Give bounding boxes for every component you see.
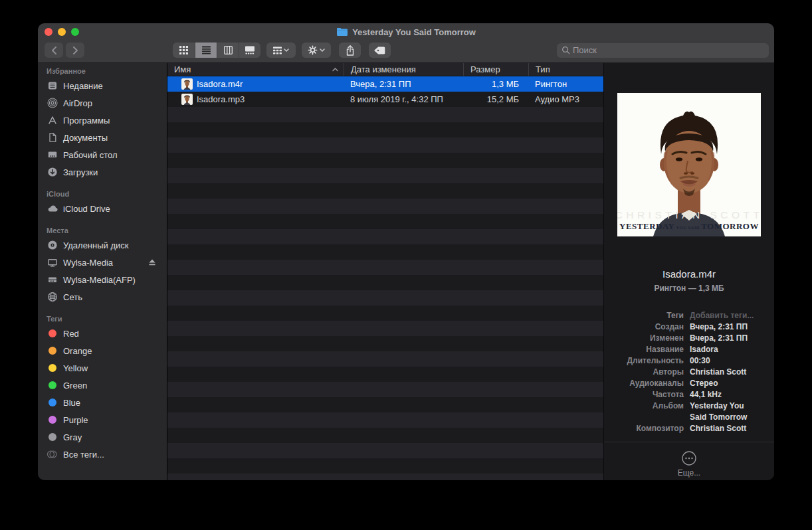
metadata-label: Авторы — [604, 367, 684, 378]
file-name: Isadora.m4r — [197, 79, 243, 89]
group-button[interactable] — [266, 43, 296, 58]
metadata-value: Вчера, 2:31 ПП — [690, 333, 759, 344]
icon-view-icon — [179, 46, 188, 54]
search-input[interactable] — [573, 45, 764, 55]
sidebar-item-green[interactable]: Green — [38, 377, 167, 394]
column-header-size[interactable]: Размер — [463, 63, 528, 76]
sidebar-section-label: Места — [38, 226, 167, 236]
file-name-cell: Isadora.mp3 — [167, 94, 344, 105]
gallery-view-button[interactable] — [239, 43, 260, 58]
sidebar-item-wylsa-media[interactable]: Wylsa-Media — [38, 254, 167, 271]
chevron-down-icon — [320, 48, 325, 52]
table-row[interactable]: Isadora.m4r Вчера, 2:31 ПП 1,3 МБ Рингто… — [167, 76, 603, 92]
file-size: 15,2 МБ — [463, 94, 528, 104]
search-field[interactable] — [557, 43, 769, 58]
metadata-label: Аудиоканалы — [604, 378, 684, 389]
metadata-value: Christian Scott — [690, 367, 759, 378]
airdrop-icon — [47, 98, 58, 108]
list-view-button[interactable] — [195, 43, 217, 58]
sidebar-item-label: Yellow — [63, 363, 167, 373]
cloud-icon — [47, 203, 58, 214]
sidebar-item-удаленный-диск[interactable]: Удаленный диск — [38, 236, 167, 254]
sidebar-item-недавние[interactable]: Недавние — [38, 77, 167, 94]
file-name-cell: Isadora.m4r — [167, 78, 344, 90]
preview-filename: Isadora.m4r — [662, 268, 716, 280]
sidebar-item-все-теги[interactable]: Все теги... — [38, 446, 167, 463]
file-list: Имя Дата изменения Размер Тип Isadora.m4… — [167, 63, 603, 480]
sidebar-item-blue[interactable]: Blue — [38, 394, 167, 411]
column-header-date[interactable]: Дата изменения — [344, 63, 463, 76]
chevron-down-icon — [284, 48, 289, 52]
group-icon — [273, 46, 282, 54]
chevron-right-icon — [72, 46, 78, 54]
tag-color-icon — [49, 416, 56, 424]
sidebar-item-документы[interactable]: Документы — [38, 129, 167, 146]
tag-color-icon — [49, 381, 56, 389]
sidebar-item-label: Сеть — [63, 292, 167, 302]
sidebar-item-рабочий-стол[interactable]: Рабочий стол — [38, 146, 167, 163]
metadata-row: НазваниеIsadora — [604, 344, 774, 355]
metadata-row: АльбомYesterday You Said Tomorrow — [604, 400, 774, 423]
sidebar-item-orange[interactable]: Orange — [38, 342, 167, 359]
metadata-value: Стерео — [690, 378, 759, 389]
sidebar-item-gray[interactable]: Gray — [38, 428, 167, 446]
list-header: Имя Дата изменения Размер Тип — [167, 63, 603, 76]
file-name: Isadora.mp3 — [197, 94, 245, 104]
display-icon — [47, 257, 58, 268]
add-tags-field[interactable]: Добавить теги... — [690, 310, 759, 321]
nav-buttons — [45, 43, 84, 58]
column-view-button[interactable] — [217, 43, 239, 58]
window-title-area: Yesterday You Said Tomorrow — [38, 23, 774, 41]
sidebar-item-purple[interactable]: Purple — [38, 411, 167, 428]
table-row[interactable]: Isadora.mp3 8 июля 2019 г., 4:32 ПП 15,2… — [167, 92, 603, 107]
tag-button[interactable] — [369, 43, 391, 58]
sidebar-item-label: Gray — [63, 432, 167, 442]
column-header-type[interactable]: Тип — [528, 63, 603, 76]
sidebar-item-yellow[interactable]: Yellow — [38, 359, 167, 377]
sidebar-item-icloud-drive[interactable]: iCloud Drive — [38, 200, 167, 217]
column-header-name[interactable]: Имя — [167, 63, 344, 76]
action-button[interactable] — [302, 43, 331, 58]
icon-view-button[interactable] — [173, 43, 195, 58]
applications-icon — [47, 115, 58, 126]
sidebar-item-wylsa-media-afp[interactable]: Wylsa-Media(AFP) — [38, 271, 167, 288]
column-header-label: Тип — [536, 64, 550, 74]
more-section: Еще... — [678, 450, 700, 478]
recents-icon — [47, 80, 58, 91]
metadata-row: АудиоканалыСтерео — [604, 378, 774, 389]
tag-color-icon — [49, 398, 56, 406]
divider — [604, 442, 774, 442]
metadata-value: Isadora — [690, 344, 759, 355]
sidebar-item-airdrop[interactable]: AirDrop — [38, 94, 167, 112]
sidebar-item-label: Blue — [63, 398, 167, 408]
sidebar-item-red[interactable]: Red — [38, 325, 167, 342]
file-thumbnail-icon — [181, 78, 193, 90]
more-button[interactable] — [681, 450, 697, 466]
sidebar-item-label: Orange — [63, 346, 167, 356]
metadata-label: Длительность — [604, 355, 684, 367]
eject-icon[interactable] — [147, 257, 157, 268]
ellipsis-circle-icon — [681, 450, 697, 466]
back-button[interactable] — [45, 43, 63, 58]
search-icon — [561, 46, 570, 54]
metadata-row: Длительность00:30 — [604, 355, 774, 367]
chevron-left-icon — [51, 46, 57, 54]
sidebar-item-сеть[interactable]: Сеть — [38, 288, 167, 306]
documents-icon — [47, 132, 58, 143]
sidebar-item-label: Все теги... — [63, 450, 167, 460]
gear-icon — [308, 45, 318, 55]
metadata-row: АвторыChristian Scott — [604, 367, 774, 378]
tag-color-icon — [49, 329, 56, 337]
titlebar: Yesterday You Said Tomorrow — [38, 23, 774, 41]
sidebar-item-label: Удаленный диск — [63, 240, 167, 250]
globe-icon — [47, 292, 58, 302]
share-button[interactable] — [339, 43, 361, 58]
sidebar-item-загрузки[interactable]: Загрузки — [38, 163, 167, 181]
metadata-row: Частота44,1 kHz — [604, 389, 774, 400]
sidebar-item-программы[interactable]: Программы — [38, 112, 167, 129]
forward-button[interactable] — [66, 43, 84, 58]
metadata-row: КомпозиторChristian Scott — [604, 423, 774, 434]
preview-kind-size: Рингтон — 1,3 МБ — [654, 284, 724, 293]
sidebar-item-label: Green — [63, 381, 167, 391]
sidebar-item-label: Purple — [63, 415, 167, 425]
